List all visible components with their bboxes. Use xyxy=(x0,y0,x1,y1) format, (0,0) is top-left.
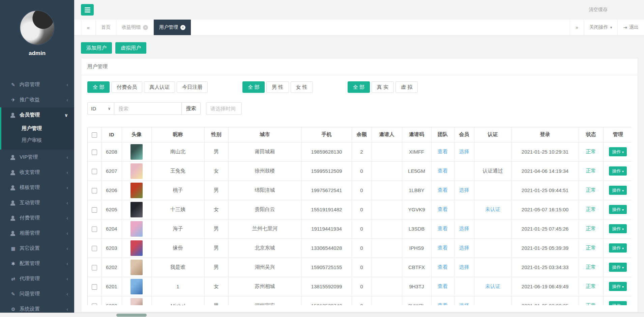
book-icon: ▦ xyxy=(9,246,17,251)
select-all-checkbox[interactable] xyxy=(92,132,97,138)
row-checkbox[interactable] xyxy=(92,188,97,193)
row-checkbox[interactable] xyxy=(92,227,97,232)
virtual-user-button[interactable]: 虚拟用户 xyxy=(115,42,146,54)
cell-login: 2021-01-25 07:45:26 xyxy=(511,219,579,238)
tabs-scroll-right-button[interactable]: » xyxy=(570,20,584,35)
time-picker-input[interactable] xyxy=(206,102,242,115)
sidebar-subitem-1[interactable]: 用户审核 xyxy=(1,134,74,146)
row-checkbox[interactable] xyxy=(92,265,97,270)
cell-login: 2021-05-07 16:15:00 xyxy=(511,200,579,219)
filter-button[interactable]: 男 性 xyxy=(266,81,289,93)
sidebar-item: 互动管理 ‹ xyxy=(0,195,74,210)
team-view-link[interactable]: 查看 xyxy=(438,226,448,231)
row-checkbox[interactable] xyxy=(92,284,97,290)
cell-invite-code: YGVK9 xyxy=(402,200,431,219)
row-action-button[interactable]: 操作 ▾ xyxy=(609,301,627,305)
clear-cache-link[interactable]: 清空缓存 xyxy=(589,7,608,13)
table-row: 6204 海子 男 兰州七里河 19119441934 0 L3SDB 查看 选… xyxy=(88,219,632,238)
add-user-button[interactable]: 添加用户 xyxy=(81,42,112,54)
search-field-select[interactable]: ID ∨ xyxy=(87,102,114,115)
search-button[interactable]: 搜索 xyxy=(182,102,201,115)
content: 添加用户 虚拟用户 用户管理 全 部付费会员真人认证今日注册全 部男 性女 性全… xyxy=(74,35,644,317)
column-header: 团队 xyxy=(431,127,454,142)
caret-down-icon: ▾ xyxy=(622,227,624,231)
menu-toggle-button[interactable] xyxy=(81,4,94,16)
cell-login: 2021-04-06 14:19:34 xyxy=(511,161,579,181)
team-view-link[interactable]: 查看 xyxy=(438,245,448,250)
row-action-button[interactable]: 操作 ▾ xyxy=(609,224,627,233)
row-action-button[interactable]: 操作 ▾ xyxy=(609,166,627,176)
sidebar-item-1[interactable]: ✈ 推广收益 ‹ xyxy=(0,92,74,107)
sidebar-item-8[interactable]: 相册管理 ‹ xyxy=(0,226,74,241)
filter-button[interactable]: 今日注册 xyxy=(177,81,208,93)
sidebar-subitem-0[interactable]: 用户管理 xyxy=(1,123,74,134)
team-view-link[interactable]: 查看 xyxy=(438,187,448,193)
cell-city: 北京东城 xyxy=(228,238,301,258)
row-checkbox[interactable] xyxy=(92,169,97,174)
team-view-link[interactable]: 查看 xyxy=(438,168,448,174)
sidebar-item-2[interactable]: 会员管理 ∨ xyxy=(1,107,74,123)
sidebar-item-5[interactable]: 模板管理 ‹ xyxy=(0,180,74,195)
sidebar-item-11[interactable]: ⇄ 代理管理 ‹ xyxy=(0,271,74,286)
row-action-button[interactable]: 操作 ▾ xyxy=(609,205,627,214)
search-input[interactable] xyxy=(114,102,182,115)
team-view-link[interactable]: 查看 xyxy=(438,264,448,270)
row-checkbox[interactable] xyxy=(92,303,97,305)
member-select-link[interactable]: 选择 xyxy=(459,302,469,305)
filter-group-0: 全 部付费会员真人认证今日注册 xyxy=(87,81,209,93)
row-action-button[interactable]: 操作 ▾ xyxy=(609,147,627,156)
row-action-button[interactable]: 操作 ▾ xyxy=(609,282,627,291)
tab-close-icon[interactable]: × xyxy=(180,25,185,30)
tab-1[interactable]: 收益明细 × xyxy=(116,20,154,35)
close-operations-dropdown[interactable]: 关闭操作 ▾ xyxy=(584,20,618,35)
sidebar-item-label: 付费管理 xyxy=(20,215,40,221)
sidebar-item-4[interactable]: 收支管理 ‹ xyxy=(0,165,74,180)
sidebar-item-7[interactable]: 付费管理 ‹ xyxy=(0,210,74,226)
filter-button[interactable]: 真 实 xyxy=(372,81,394,93)
sidebar-item: 付费管理 ‹ xyxy=(0,210,74,226)
tab-2[interactable]: 用户管理 × xyxy=(154,20,191,35)
scrollbar-thumb[interactable] xyxy=(116,314,147,317)
sidebar-submenu: 用户管理用户审核 xyxy=(1,123,74,146)
filter-button[interactable]: 付费会员 xyxy=(111,81,142,93)
logout-button[interactable]: ⇥ 退出 xyxy=(617,20,644,35)
row-action-button[interactable]: 操作 ▾ xyxy=(609,243,627,253)
team-view-link[interactable]: 查看 xyxy=(438,149,448,154)
avatar[interactable] xyxy=(20,10,55,45)
user-avatar xyxy=(130,163,143,179)
sidebar-item-10[interactable]: ✱ 配置管理 ‹ xyxy=(0,256,74,271)
filter-button[interactable]: 女 性 xyxy=(291,81,313,93)
sidebar-item-3[interactable]: VIP管理 ‹ xyxy=(0,150,74,165)
filter-groups: 全 部付费会员真人认证今日注册全 部男 性女 性全 部真 实虚 拟 xyxy=(87,81,632,93)
member-select-link[interactable]: 选择 xyxy=(459,264,469,270)
row-checkbox[interactable] xyxy=(92,150,97,155)
sidebar-item-0[interactable]: ✎ 内容管理 ‹ xyxy=(0,77,74,92)
chevron-icon: ‹ xyxy=(66,97,68,103)
member-select-link[interactable]: 选择 xyxy=(459,149,469,154)
sidebar-item-label: 代理管理 xyxy=(20,275,40,282)
sidebar-item-label: VIP管理 xyxy=(20,154,38,160)
send-icon: ✈ xyxy=(9,97,17,103)
team-view-link[interactable]: 查看 xyxy=(438,206,448,212)
filter-button[interactable]: 全 部 xyxy=(242,81,265,93)
team-view-link[interactable]: 查看 xyxy=(438,283,448,289)
sidebar-item-6[interactable]: 互动管理 ‹ xyxy=(0,195,74,210)
row-action-button[interactable]: 操作 ▾ xyxy=(609,186,627,195)
row-checkbox[interactable] xyxy=(92,207,97,213)
filter-button[interactable]: 真人认证 xyxy=(144,81,175,93)
sidebar-item-12[interactable]: ✎ 问题管理 ‹ xyxy=(0,286,74,301)
row-checkbox[interactable] xyxy=(92,246,97,251)
filter-button[interactable]: 全 部 xyxy=(87,81,110,93)
tab-0[interactable]: 首页 xyxy=(96,20,116,35)
tabs-scroll-left-button[interactable]: « xyxy=(81,20,96,35)
filter-button[interactable]: 虚 拟 xyxy=(396,81,418,93)
chevron-icon: ‹ xyxy=(66,200,68,206)
sidebar-item-9[interactable]: ▦ 其它设置 ‹ xyxy=(0,241,74,256)
member-select-link[interactable]: 选择 xyxy=(459,187,469,193)
team-view-link[interactable]: 查看 xyxy=(438,302,448,305)
filter-button[interactable]: 全 部 xyxy=(348,81,370,93)
tab-close-icon[interactable]: × xyxy=(143,25,148,30)
row-action-button[interactable]: 操作 ▾ xyxy=(609,263,627,272)
member-select-link[interactable]: 选择 xyxy=(459,245,469,250)
member-select-link[interactable]: 选择 xyxy=(459,226,469,231)
